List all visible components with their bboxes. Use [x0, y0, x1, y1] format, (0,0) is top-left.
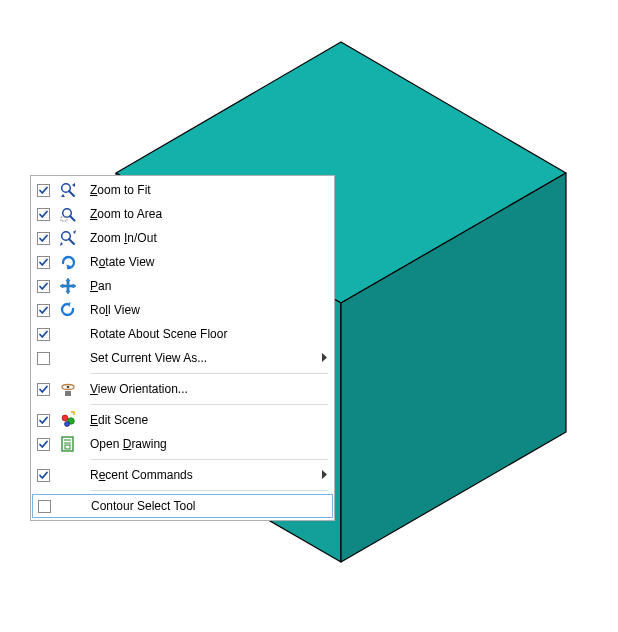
checkbox[interactable] [37, 383, 50, 396]
checkbox[interactable] [37, 232, 50, 245]
rotate-view-icon [58, 252, 78, 272]
open-drawing-icon [58, 434, 78, 454]
menu-item-label: Rotate About Scene Floor [90, 327, 316, 341]
roll-view-icon [58, 300, 78, 320]
checkbox[interactable] [37, 352, 50, 365]
menu-item-view-orient[interactable]: View Orientation... [31, 377, 334, 401]
svg-line-6 [69, 239, 74, 244]
checkbox[interactable] [38, 500, 51, 513]
menu-item-rotate-scene[interactable]: Rotate About Scene Floor [31, 322, 334, 346]
pan-icon [58, 276, 78, 296]
checkbox[interactable] [37, 414, 50, 427]
icon-empty [58, 324, 78, 344]
menu-item-set-view-as[interactable]: Set Current View As... [31, 346, 334, 370]
menu-item-recent-cmds[interactable]: Recent Commands [31, 463, 334, 487]
menu-item-label: Zoom In/Out [90, 231, 316, 245]
icon-empty [58, 348, 78, 368]
menu-item-zoom-in-out[interactable]: Zoom In/Out [31, 226, 334, 250]
context-menu: Zoom to FitZoom to AreaZoom In/OutRotate… [30, 175, 335, 521]
checkbox[interactable] [37, 184, 50, 197]
edit-scene-icon [58, 410, 78, 430]
checkbox[interactable] [37, 256, 50, 269]
menu-item-label: Zoom to Area [90, 207, 316, 221]
menu-item-roll-view[interactable]: Roll View [31, 298, 334, 322]
menu-item-label: Pan [90, 279, 316, 293]
svg-line-3 [70, 216, 75, 221]
menu-item-label: Recent Commands [90, 468, 316, 482]
menu-item-label: Edit Scene [90, 413, 316, 427]
checkbox[interactable] [37, 469, 50, 482]
view-orient-icon [58, 379, 78, 399]
menu-item-label: Zoom to Fit [90, 183, 316, 197]
menu-item-pan[interactable]: Pan [31, 274, 334, 298]
zoom-area-icon [58, 204, 78, 224]
submenu-arrow-icon [322, 351, 328, 365]
menu-item-label: View Orientation... [90, 382, 316, 396]
menu-item-rotate-view[interactable]: Rotate View [31, 250, 334, 274]
menu-separator [91, 459, 328, 460]
svg-point-9 [62, 415, 68, 421]
svg-line-1 [69, 191, 74, 196]
checkbox[interactable] [37, 304, 50, 317]
submenu-arrow-icon [322, 468, 328, 482]
menu-item-label: Set Current View As... [90, 351, 316, 365]
menu-item-label: Open Drawing [90, 437, 316, 451]
zoom-in-out-icon [58, 228, 78, 248]
zoom-fit-icon [58, 180, 78, 200]
menu-separator [91, 404, 328, 405]
checkbox[interactable] [37, 208, 50, 221]
menu-separator [91, 490, 328, 491]
menu-item-open-drawing[interactable]: Open Drawing [31, 432, 334, 456]
menu-item-label: Roll View [90, 303, 316, 317]
icon-empty [58, 465, 78, 485]
checkbox[interactable] [37, 438, 50, 451]
checkbox[interactable] [37, 280, 50, 293]
menu-item-zoom-area[interactable]: Zoom to Area [31, 202, 334, 226]
svg-point-8 [67, 386, 70, 389]
menu-item-edit-scene[interactable]: Edit Scene [31, 408, 334, 432]
menu-separator [91, 373, 328, 374]
menu-item-zoom-fit[interactable]: Zoom to Fit [31, 178, 334, 202]
menu-item-label: Contour Select Tool [91, 499, 315, 513]
checkbox[interactable] [37, 328, 50, 341]
menu-item-label: Rotate View [90, 255, 316, 269]
icon-empty [59, 496, 79, 516]
svg-point-11 [65, 422, 70, 427]
menu-item-contour-select[interactable]: Contour Select Tool [32, 494, 333, 518]
